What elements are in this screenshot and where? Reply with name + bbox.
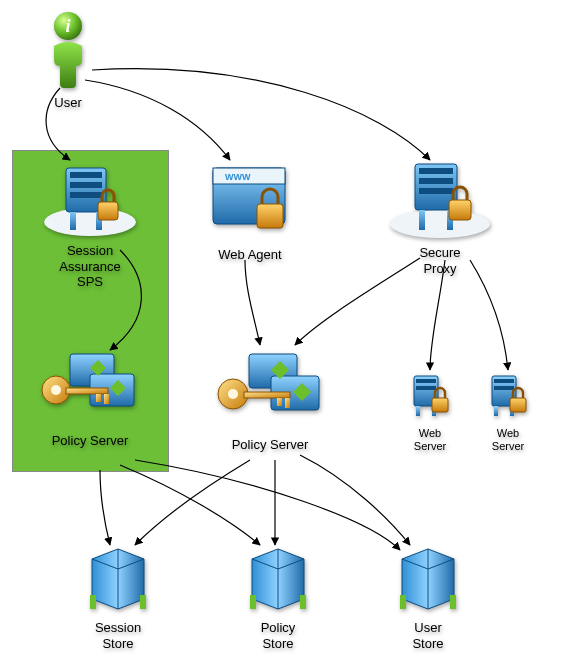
svg-rect-49: [140, 595, 146, 609]
policy-store-label: Policy Store: [238, 620, 318, 651]
svg-point-25: [51, 385, 61, 395]
web-server-1-label: Web Server: [402, 427, 458, 453]
svg-rect-39: [416, 406, 420, 416]
svg-rect-7: [70, 212, 76, 230]
svg-point-32: [228, 389, 238, 399]
svg-rect-28: [104, 394, 109, 404]
svg-rect-33: [244, 392, 290, 398]
svg-rect-16: [419, 168, 453, 174]
svg-rect-19: [419, 210, 425, 230]
svg-rect-6: [70, 192, 102, 198]
svg-point-14: [390, 210, 490, 238]
svg-rect-51: [300, 595, 306, 609]
svg-rect-50: [250, 595, 256, 609]
user-icon: i User: [38, 10, 98, 111]
svg-rect-44: [494, 386, 514, 390]
diagram-canvas: { "nodes": { "user": {"label": "User"}, …: [0, 0, 565, 654]
user-label: User: [38, 95, 98, 111]
web-server-2-node: Web Server: [480, 372, 536, 453]
session-store-label: Session Store: [78, 620, 158, 651]
web-agent-node: WWW Web Agent: [195, 160, 305, 263]
svg-rect-17: [419, 178, 453, 184]
policy-server-left-label: Policy Server: [30, 433, 150, 449]
session-assurance-sps-node: Session Assurance SPS: [40, 160, 140, 290]
policy-server-left-node: Policy Server: [30, 348, 150, 449]
svg-rect-27: [96, 394, 101, 402]
web-server-2-label: Web Server: [480, 427, 536, 453]
secure-proxy-label: Secure Proxy: [385, 245, 495, 276]
svg-rect-21: [449, 200, 471, 220]
svg-rect-52: [400, 595, 406, 609]
svg-rect-37: [416, 379, 436, 383]
svg-rect-18: [419, 188, 453, 194]
svg-rect-45: [494, 406, 498, 416]
svg-rect-35: [285, 398, 290, 408]
svg-rect-48: [90, 595, 96, 609]
svg-rect-41: [432, 398, 448, 412]
session-assurance-sps-label: Session Assurance SPS: [40, 243, 140, 290]
session-store-node: Session Store: [78, 545, 158, 651]
svg-rect-34: [277, 398, 282, 406]
svg-rect-13: [257, 204, 283, 228]
user-store-node: User Store: [388, 545, 468, 651]
svg-rect-38: [416, 386, 436, 390]
web-server-1-node: Web Server: [402, 372, 458, 453]
svg-rect-5: [70, 182, 102, 188]
web-agent-label: Web Agent: [195, 247, 305, 263]
svg-rect-4: [70, 172, 102, 178]
secure-proxy-node: Secure Proxy: [385, 158, 495, 276]
svg-rect-9: [98, 202, 118, 220]
policy-store-node: Policy Store: [238, 545, 318, 651]
svg-text:i: i: [65, 16, 70, 36]
policy-server-center-node: Policy Server: [205, 348, 335, 453]
svg-rect-26: [66, 388, 108, 394]
policy-server-center-label: Policy Server: [205, 437, 335, 453]
svg-rect-43: [494, 379, 514, 383]
user-store-label: User Store: [388, 620, 468, 651]
svg-text:WWW: WWW: [225, 172, 251, 182]
svg-rect-53: [450, 595, 456, 609]
svg-rect-47: [510, 398, 526, 412]
